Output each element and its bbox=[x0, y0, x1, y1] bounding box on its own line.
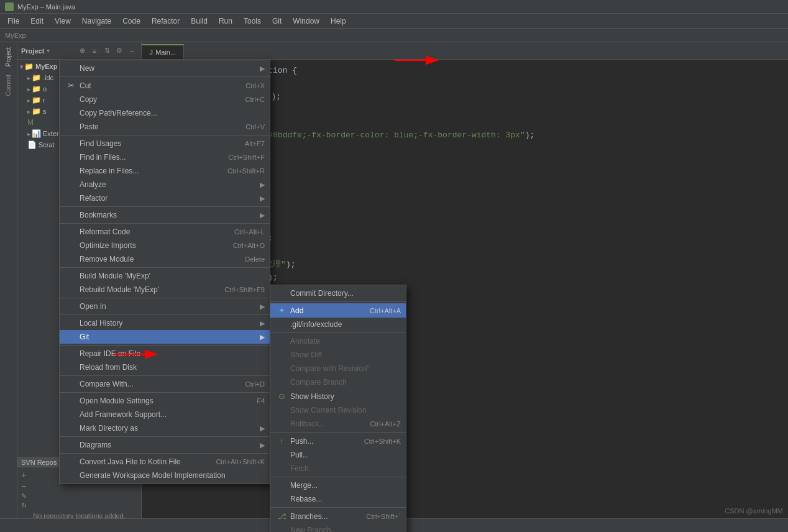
menu-run[interactable]: Run bbox=[214, 16, 237, 27]
menu-tools[interactable]: Tools bbox=[239, 16, 266, 27]
ctx-mark-directory[interactable]: Mark Directory as▶ bbox=[60, 421, 270, 435]
tab-label: Main... bbox=[155, 48, 176, 56]
watermark: CSDN @amingMM bbox=[725, 507, 783, 515]
locate-icon[interactable]: ⊕ bbox=[76, 45, 88, 57]
breadcrumb-item: MyExp bbox=[5, 32, 26, 39]
ctx-reload-disk[interactable]: Reload from Disk bbox=[60, 360, 270, 374]
tab-commit[interactable]: Commit bbox=[3, 71, 14, 99]
git-fetch[interactable]: Fetch bbox=[270, 462, 406, 475]
menu-view[interactable]: View bbox=[50, 16, 76, 27]
git-commit-dir[interactable]: Commit Directory... bbox=[270, 287, 406, 300]
git-compare-revision[interactable]: Compare with Revision" bbox=[270, 362, 406, 375]
svn-refresh-icon[interactable]: ↻ bbox=[21, 502, 27, 510]
svn-edit-icon[interactable]: ✎ bbox=[21, 492, 27, 500]
ctx-analyze[interactable]: Analyze▶ bbox=[60, 178, 270, 191]
ctx-paste[interactable]: PasteCtrl+V bbox=[60, 120, 270, 134]
left-tabs: Project Commit bbox=[0, 42, 17, 532]
menu-git[interactable]: Git bbox=[267, 16, 286, 27]
git-exclude[interactable]: .git/info/exclude bbox=[270, 318, 406, 331]
expand-icon[interactable]: ⇅ bbox=[101, 45, 112, 57]
ctx-generate-workspace[interactable]: Generate Workspace Model Implementation bbox=[60, 469, 270, 482]
ctx-find-files[interactable]: Find in Files...Ctrl+Shift+F bbox=[60, 150, 270, 164]
git-branches[interactable]: ⎇Branches...Ctrl+Shift+` bbox=[270, 509, 406, 523]
ctx-remove-module[interactable]: Remove ModuleDelete bbox=[60, 252, 270, 266]
panel-title: Project bbox=[21, 47, 44, 55]
tab-project[interactable]: Project bbox=[3, 44, 14, 70]
ctx-git[interactable]: Git▶ bbox=[60, 330, 270, 344]
ctx-open-module-settings[interactable]: Open Module SettingsF4 bbox=[60, 394, 270, 408]
git-show-diff[interactable]: Show Diff bbox=[270, 348, 406, 362]
menu-edit[interactable]: Edit bbox=[25, 16, 48, 27]
ctx-diagrams[interactable]: Diagrams▶ bbox=[60, 438, 270, 452]
svn-plus-icon[interactable]: + bbox=[21, 470, 27, 480]
ctx-build-module[interactable]: Build Module 'MyExp' bbox=[60, 269, 270, 283]
ctx-local-history[interactable]: Local History▶ bbox=[60, 316, 270, 330]
ctx-compare-with[interactable]: Compare With...Ctrl+D bbox=[60, 377, 270, 391]
git-show-history[interactable]: ⊙Show History bbox=[270, 389, 406, 403]
menu-build[interactable]: Build bbox=[186, 16, 213, 27]
menu-window[interactable]: Window bbox=[288, 16, 324, 27]
ctx-reformat[interactable]: Reformat CodeCtrl+Alt+L bbox=[60, 225, 270, 239]
settings-icon[interactable]: ⚙ bbox=[114, 45, 125, 57]
ctx-bookmarks[interactable]: Bookmarks▶ bbox=[60, 208, 270, 222]
git-rollback[interactable]: Rollback...Ctrl+Alt+Z bbox=[270, 417, 406, 431]
ctx-copy-path[interactable]: Copy Path/Reference... bbox=[60, 106, 270, 120]
menu-help[interactable]: Help bbox=[326, 16, 351, 27]
app-icon bbox=[5, 2, 14, 11]
panel-dropdown-icon[interactable]: ▾ bbox=[47, 47, 50, 54]
ctx-copy[interactable]: CopyCtrl+C bbox=[60, 93, 270, 106]
ctx-find-usages[interactable]: Find UsagesAlt+F7 bbox=[60, 137, 270, 150]
minimize-icon[interactable]: − bbox=[126, 45, 137, 57]
title-bar: MyExp – Main.java bbox=[0, 0, 788, 14]
git-add[interactable]: ✦AddCtrl+Alt+A bbox=[270, 303, 406, 318]
git-rebase[interactable]: Rebase... bbox=[270, 492, 406, 506]
collapse-icon[interactable]: ≡ bbox=[89, 45, 100, 57]
context-menu: New▶ ✂CutCtrl+X CopyCtrl+C Copy Path/Ref… bbox=[59, 60, 270, 484]
menu-navigate[interactable]: Navigate bbox=[77, 16, 116, 27]
ctx-refactor[interactable]: Refactor▶ bbox=[60, 191, 270, 205]
editor-tabs: J Main... bbox=[142, 42, 788, 60]
menu-refactor[interactable]: Refactor bbox=[147, 16, 185, 27]
menu-code[interactable]: Code bbox=[117, 16, 145, 27]
ctx-open-in[interactable]: Open In▶ bbox=[60, 300, 270, 313]
ctx-add-framework[interactable]: Add Framework Support... bbox=[60, 408, 270, 421]
git-compare-branch[interactable]: Compare Branch bbox=[270, 375, 406, 389]
ctx-optimize[interactable]: Optimize ImportsCtrl+Alt+O bbox=[60, 239, 270, 252]
editor-tab-main[interactable]: J Main... bbox=[142, 44, 184, 59]
svn-title: SVN Repos bbox=[21, 459, 57, 466]
git-current-revision[interactable]: Show Current Revision bbox=[270, 403, 406, 417]
window-title: MyExp – Main.java bbox=[17, 3, 75, 11]
menu-bar: FileEditViewNavigateCodeRefactorBuildRun… bbox=[0, 14, 788, 29]
git-merge[interactable]: Merge... bbox=[270, 479, 406, 492]
ctx-rebuild-module[interactable]: Rebuild Module 'MyExp'Ctrl+Shift+F9 bbox=[60, 283, 270, 296]
tab-icon: J bbox=[149, 48, 153, 56]
ctx-cut[interactable]: ✂CutCtrl+X bbox=[60, 78, 270, 93]
git-pull[interactable]: Pull... bbox=[270, 448, 406, 462]
git-submenu: Commit Directory... ✦AddCtrl+Alt+A .git/… bbox=[270, 285, 406, 532]
ctx-replace-files[interactable]: Replace in Files...Ctrl+Shift+R bbox=[60, 164, 270, 178]
git-push[interactable]: ↑Push...Ctrl+Shift+K bbox=[270, 434, 406, 448]
panel-header: Project ▾ ⊕ ≡ ⇅ ⚙ − bbox=[17, 42, 141, 60]
ctx-repair-ide[interactable]: Repair IDE on File bbox=[60, 347, 270, 360]
git-new-branch[interactable]: New Branch... bbox=[270, 523, 406, 532]
menu-file[interactable]: File bbox=[2, 16, 24, 27]
ctx-convert-kotlin[interactable]: Convert Java File to Kotlin FileCtrl+Alt… bbox=[60, 455, 270, 469]
ctx-new[interactable]: New▶ bbox=[60, 62, 270, 75]
svn-minus-icon[interactable]: − bbox=[21, 481, 27, 491]
git-annotate[interactable]: Annotate bbox=[270, 334, 406, 348]
